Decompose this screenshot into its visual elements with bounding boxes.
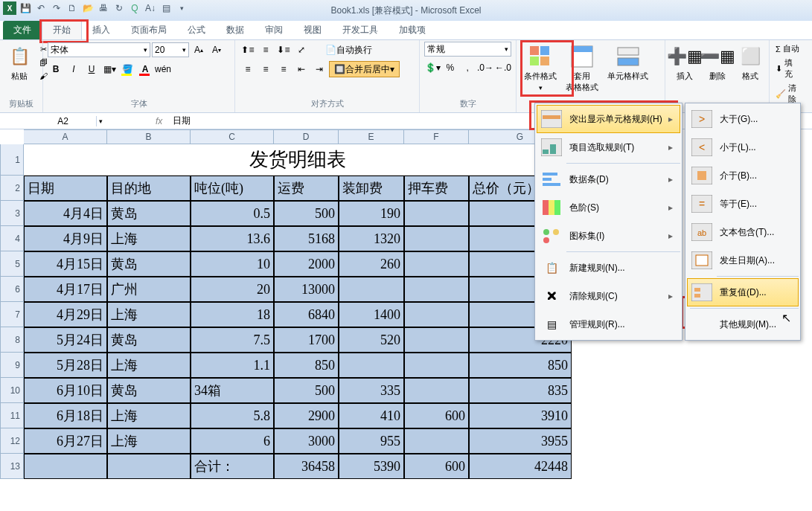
q-icon[interactable]: Q xyxy=(128,1,141,15)
paste-button[interactable]: 📋 粘贴 xyxy=(4,42,34,85)
data-cell[interactable]: 600 xyxy=(404,454,469,479)
row-header[interactable]: 13 xyxy=(0,454,24,479)
tab-file[interactable]: 文件 xyxy=(3,21,42,39)
data-cell[interactable]: 4月4日 xyxy=(24,201,107,226)
delete-cells-button[interactable]: ➖▦ 删除 xyxy=(703,42,732,85)
data-cell[interactable]: 6月27日 xyxy=(24,428,107,454)
data-cell[interactable] xyxy=(339,353,404,378)
data-cell[interactable]: 34箱 xyxy=(191,378,274,403)
data-cell[interactable]: 2000 xyxy=(274,251,339,277)
data-cell[interactable] xyxy=(339,277,404,302)
row-header[interactable]: 7 xyxy=(0,302,24,327)
data-cell[interactable] xyxy=(404,201,469,226)
border-button[interactable]: ▦▾ xyxy=(101,61,118,77)
insert-cells-button[interactable]: ➕▦ 插入 xyxy=(670,42,700,85)
data-cell[interactable]: 1320 xyxy=(339,226,404,251)
data-cell[interactable]: 5.8 xyxy=(191,403,274,428)
submenu-less-than[interactable]: < 小于(L)... xyxy=(687,133,799,161)
align-center-button[interactable]: ≡ xyxy=(258,61,274,77)
menu-top-rules[interactable]: 项目选取规则(T)▸ xyxy=(537,133,680,161)
data-cell[interactable]: 5168 xyxy=(274,226,339,251)
data-cell[interactable]: 1700 xyxy=(274,327,339,353)
indent-dec-button[interactable]: ⇤ xyxy=(293,61,310,77)
align-right-button[interactable]: ≡ xyxy=(275,61,292,77)
data-cell[interactable]: 6月18日 xyxy=(24,403,107,428)
tab-formula[interactable]: 公式 xyxy=(177,21,216,39)
data-cell[interactable] xyxy=(404,353,469,378)
tab-dev[interactable]: 开发工具 xyxy=(332,21,389,39)
submenu-date[interactable]: 发生日期(A)... xyxy=(687,246,799,274)
data-cell[interactable] xyxy=(404,378,469,403)
menu-data-bars[interactable]: 数据条(D)▸ xyxy=(537,165,680,193)
data-cell[interactable]: 4月29日 xyxy=(24,302,107,327)
data-cell[interactable]: 4月17日 xyxy=(24,277,107,302)
data-cell[interactable]: 4月9日 xyxy=(24,226,107,251)
row-header[interactable]: 11 xyxy=(0,403,24,428)
align-middle-button[interactable]: ≡ xyxy=(258,42,274,58)
data-cell[interactable]: 520 xyxy=(339,327,404,353)
dropdown-icon[interactable]: ▾ xyxy=(175,1,188,15)
row-header[interactable]: 8 xyxy=(0,327,24,353)
data-cell[interactable]: 上海 xyxy=(107,226,191,251)
data-cell[interactable]: 3000 xyxy=(274,428,339,454)
submenu-duplicate-values[interactable]: 重复值(D)... xyxy=(687,278,799,306)
data-cell[interactable]: 广州 xyxy=(107,277,191,302)
row-header[interactable]: 6 xyxy=(0,277,24,302)
data-cell[interactable] xyxy=(404,251,469,277)
row-header[interactable]: 10 xyxy=(0,378,24,403)
data-cell[interactable]: 955 xyxy=(339,428,404,454)
tab-view[interactable]: 视图 xyxy=(293,21,332,39)
data-cell[interactable]: 835 xyxy=(469,378,572,403)
data-cell[interactable]: 5月28日 xyxy=(24,353,107,378)
data-cell[interactable]: 18 xyxy=(191,302,274,327)
save-icon[interactable]: 💾 xyxy=(19,1,32,15)
data-cell[interactable]: 3955 xyxy=(469,428,572,454)
col-header[interactable]: B xyxy=(107,129,191,144)
data-cell[interactable]: 1.1 xyxy=(191,353,274,378)
fx-label[interactable]: fx xyxy=(150,116,168,126)
redo-icon[interactable]: ↷ xyxy=(50,1,63,15)
row-header[interactable]: 12 xyxy=(0,428,24,454)
submenu-between[interactable]: 介于(B)... xyxy=(687,161,799,190)
tab-layout[interactable]: 页面布局 xyxy=(121,21,177,39)
submenu-greater-than[interactable]: > 大于(G)... xyxy=(687,105,799,133)
col-header[interactable]: C xyxy=(191,129,274,144)
dec-dec-button[interactable]: ←.0 xyxy=(495,60,511,76)
data-cell[interactable]: 黄岛 xyxy=(107,378,191,403)
data-cell[interactable]: 410 xyxy=(339,403,404,428)
comma-button[interactable]: , xyxy=(460,60,476,76)
merge-center-button[interactable]: 🔲 合并后居中 ▾ xyxy=(329,61,400,77)
data-cell[interactable]: 6月10日 xyxy=(24,378,107,403)
cell-styles-button[interactable]: 单元格样式 xyxy=(604,42,651,85)
data-cell[interactable]: 0.5 xyxy=(191,201,274,226)
menu-new-rule[interactable]: 📋 新建规则(N)... xyxy=(537,254,680,282)
col-header[interactable]: D xyxy=(274,129,339,144)
menu-color-scales[interactable]: 色阶(S)▸ xyxy=(537,193,680,222)
data-cell[interactable]: 600 xyxy=(404,403,469,428)
data-cell[interactable] xyxy=(404,428,469,454)
data-cell[interactable]: 13.6 xyxy=(191,226,274,251)
data-cell[interactable] xyxy=(404,226,469,251)
data-cell[interactable] xyxy=(24,454,107,479)
font-color-button[interactable]: A xyxy=(137,61,153,77)
data-cell[interactable]: 上海 xyxy=(107,302,191,327)
formula-text[interactable]: 日期 xyxy=(168,115,191,127)
format-cells-button[interactable]: ⬜ 格式 xyxy=(735,42,765,85)
title-cell[interactable]: 发货明细表 xyxy=(24,144,572,176)
phonetic-button[interactable]: wén xyxy=(155,61,171,77)
grow-font-button[interactable]: A▴ xyxy=(191,42,207,58)
wrap-text-button[interactable]: 📄 自动换行 xyxy=(320,42,377,58)
col-header[interactable]: A xyxy=(24,129,107,144)
header-cell[interactable]: 日期 xyxy=(24,176,107,201)
header-cell[interactable]: 目的地 xyxy=(107,176,191,201)
data-cell[interactable] xyxy=(404,302,469,327)
number-format-combo[interactable]: 常规▾ xyxy=(424,42,511,57)
data-cell[interactable]: 500 xyxy=(274,378,339,403)
header-cell[interactable]: 装卸费 xyxy=(339,176,404,201)
icon-misc[interactable]: ▤ xyxy=(159,1,173,15)
underline-button[interactable]: U xyxy=(83,61,100,77)
menu-clear-rules[interactable]: 🗙 清除规则(C)▸ xyxy=(537,282,680,310)
indent-inc-button[interactable]: ⇥ xyxy=(311,61,327,77)
sort-icon[interactable]: A↓ xyxy=(144,1,157,15)
cells[interactable]: 发货明细表日期目的地吨位(吨)运费装卸费押车费总价（元）4月4日黄岛0.5500… xyxy=(24,144,572,479)
